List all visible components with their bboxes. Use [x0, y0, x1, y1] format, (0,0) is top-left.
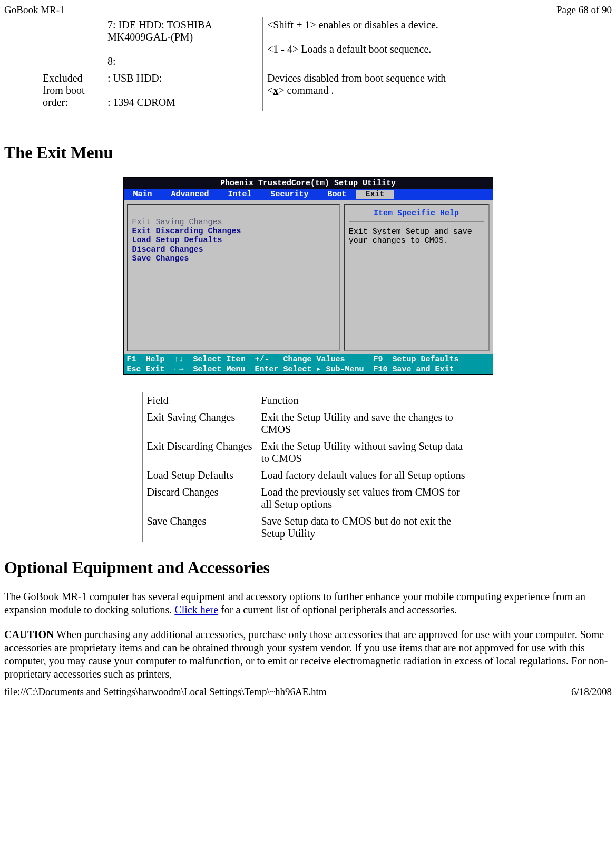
table-row: Exit Saving Changes Exit the Setup Utili…	[142, 409, 474, 438]
menu-item: Save Changes	[132, 254, 335, 263]
help-title: Item Specific Help	[349, 209, 484, 222]
table-row: Field Function	[142, 392, 474, 409]
menu-item: Load Setup Defualts	[132, 236, 335, 245]
header-field: Field	[142, 392, 257, 409]
bios-body: Exit Saving Changes Exit Discarding Chan…	[124, 200, 493, 354]
help-text: Exit System Setup and save your changes …	[349, 227, 484, 246]
bios-help-panel: Item Specific Help Exit System Setup and…	[344, 204, 490, 351]
click-here-link[interactable]: Click here	[174, 604, 218, 615]
table-row: 7: IDE HDD: TOSHIBA MK4009GAL-(PM) 8: <S…	[38, 17, 454, 70]
page-footer: file://C:\Documents and Settings\harwood…	[4, 686, 612, 698]
bios-tabs: Main Advanced Intel Security Boot Exit	[124, 189, 493, 200]
cell: <Shift + 1> enables or disables a device…	[263, 17, 454, 70]
caution-label: CAUTION	[4, 629, 54, 640]
menu-item: Exit Discarding Changes	[132, 227, 335, 236]
page-header: GoBook MR-1 Page 68 of 90	[4, 4, 612, 16]
table-row: Load Setup Defaults Load factory default…	[142, 467, 474, 484]
para-text: for a current list of optional periphera…	[218, 604, 457, 615]
cell-text: 8:	[107, 55, 116, 67]
cell: Discard Changes	[142, 484, 257, 513]
menu-item: Discard Changes	[132, 245, 335, 254]
bios-screenshot: Phoenix TrustedCore(tm) Setup Utility Ma…	[4, 177, 612, 375]
para-optional-equipment: The GoBook MR-1 computer has several equ…	[4, 590, 612, 616]
cell: Exit the Setup Utility without saving Se…	[257, 438, 474, 467]
tab-exit: Exit	[356, 190, 394, 199]
tab-intel: Intel	[219, 190, 261, 199]
caution-text: When purchasing any additional accessori…	[4, 629, 608, 680]
cmd-x: x	[273, 84, 278, 96]
cell: Exit Saving Changes	[142, 409, 257, 438]
cell: : USB HDD: : 1394 CDROM	[103, 70, 263, 111]
boot-options-table: 7: IDE HDD: TOSHIBA MK4009GAL-(PM) 8: <S…	[38, 17, 454, 111]
header-function: Function	[257, 392, 474, 409]
cell: Load factory default values for all Setu…	[257, 467, 474, 484]
tab-advanced: Advanced	[162, 190, 219, 199]
para-caution: CAUTION When purchasing any additional a…	[4, 628, 612, 681]
menu-item-selected: Exit Saving Changes	[132, 218, 335, 227]
cell: Save Setup data to CMOS but do not exit …	[257, 513, 474, 542]
bios-menu-panel: Exit Saving Changes Exit Discarding Chan…	[127, 204, 340, 351]
cell-text: : USB HDD:	[107, 72, 162, 84]
header-right: Page 68 of 90	[556, 4, 612, 16]
cell: 7: IDE HDD: TOSHIBA MK4009GAL-(PM) 8:	[103, 17, 263, 70]
table-row: Save Changes Save Setup data to CMOS but…	[142, 513, 474, 542]
footer-right: 6/18/2008	[571, 686, 612, 698]
bios-footer-line2: Esc Exit ←→ Select Menu Enter Select ▸ S…	[124, 364, 493, 374]
tab-main: Main	[124, 190, 162, 199]
tab-security: Security	[261, 190, 318, 199]
function-table: Field Function Exit Saving Changes Exit …	[142, 392, 474, 542]
table-row: Excluded from boot order: : USB HDD: : 1…	[38, 70, 454, 111]
cell-text: : 1394 CDROM	[107, 97, 175, 108]
cell	[38, 17, 103, 70]
cell: Save Changes	[142, 513, 257, 542]
cell-text: <Shift + 1> enables or disables a device…	[267, 19, 438, 31]
table-row: Exit Discarding Changes Exit the Setup U…	[142, 438, 474, 467]
cell-text: 7: IDE HDD: TOSHIBA MK4009GAL-(PM)	[107, 19, 212, 43]
bios-footer-line1: F1 Help ↑↓ Select Item +/- Change Values…	[124, 354, 493, 364]
cell: Load Setup Defaults	[142, 467, 257, 484]
exit-menu-heading: The Exit Menu	[4, 143, 612, 162]
optional-equipment-heading: Optional Equipment and Accessories	[4, 558, 612, 577]
tab-boot: Boot	[318, 190, 356, 199]
cell: Load the previously set values from CMOS…	[257, 484, 474, 513]
cell: Exit Discarding Changes	[142, 438, 257, 467]
cell: Exit the Setup Utility and save the chan…	[257, 409, 474, 438]
bios-window: Phoenix TrustedCore(tm) Setup Utility Ma…	[123, 177, 493, 375]
cell-text: <1 - 4> Loads a default boot sequence.	[267, 43, 431, 55]
bios-title: Phoenix TrustedCore(tm) Setup Utility	[124, 178, 493, 189]
table-row: Discard Changes Load the previously set …	[142, 484, 474, 513]
footer-left: file://C:\Documents and Settings\harwood…	[4, 686, 327, 698]
cell: Excluded from boot order:	[38, 70, 103, 111]
cell-text: > command .	[278, 84, 334, 96]
cell: Devices disabled from boot sequence with…	[263, 70, 454, 111]
header-left: GoBook MR-1	[4, 4, 65, 16]
